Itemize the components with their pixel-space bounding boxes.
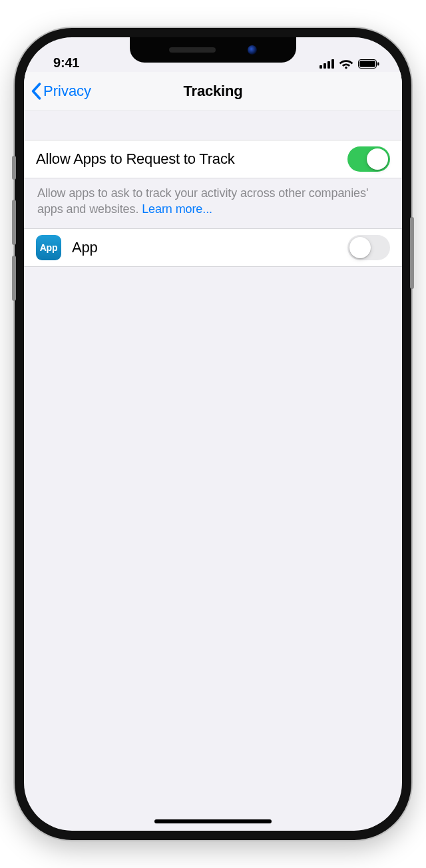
toggle-knob — [349, 237, 371, 258]
status-time: 9:41 — [53, 55, 79, 71]
power-button — [410, 217, 414, 289]
cellular-icon — [320, 59, 334, 69]
allow-tracking-toggle[interactable] — [347, 146, 390, 172]
home-indicator[interactable] — [154, 819, 272, 823]
svg-rect-2 — [327, 61, 330, 69]
section-spacer — [24, 110, 402, 140]
volume-up-button — [12, 200, 16, 245]
allow-tracking-label: Allow Apps to Request to Track — [36, 150, 347, 168]
app-tracking-row: App App — [24, 228, 402, 267]
svg-point-4 — [345, 67, 347, 69]
app-name-label: App — [72, 239, 347, 256]
back-button[interactable]: Privacy — [31, 83, 91, 100]
svg-rect-0 — [320, 65, 322, 69]
allow-tracking-footer: Allow apps to ask to track your activity… — [24, 178, 402, 228]
allow-tracking-row: Allow Apps to Request to Track — [24, 140, 402, 178]
svg-rect-3 — [331, 59, 334, 69]
learn-more-link[interactable]: Learn more... — [142, 202, 212, 216]
notch — [130, 37, 296, 63]
app-tracking-toggle[interactable] — [347, 235, 390, 260]
navigation-bar: Privacy Tracking — [24, 72, 402, 110]
speaker-grille — [169, 47, 216, 53]
chevron-left-icon — [31, 83, 41, 100]
screen: 9:41 — [24, 37, 402, 831]
phone-device-frame: 9:41 — [15, 28, 411, 840]
app-icon: App — [36, 235, 61, 260]
app-icon-text: App — [40, 242, 58, 253]
mute-switch — [12, 156, 16, 180]
svg-rect-7 — [377, 63, 379, 66]
svg-rect-1 — [323, 63, 326, 69]
wifi-icon — [339, 59, 353, 69]
volume-down-button — [12, 256, 16, 301]
status-indicators — [320, 59, 379, 71]
battery-icon — [358, 59, 379, 69]
front-camera — [248, 45, 257, 55]
toggle-knob — [367, 148, 388, 170]
back-label: Privacy — [43, 83, 91, 100]
svg-rect-6 — [359, 61, 375, 67]
